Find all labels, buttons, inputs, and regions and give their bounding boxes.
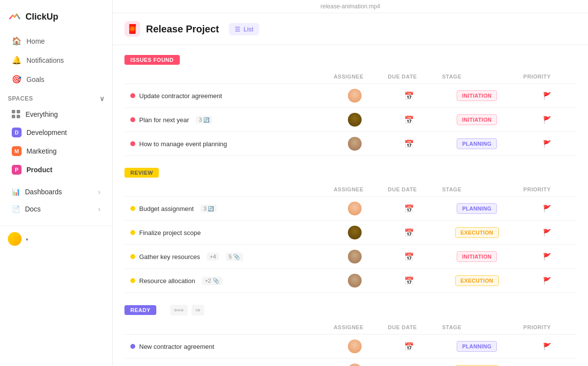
sidebar-item-development[interactable]: D Development [4, 124, 108, 141]
sidebar: ClickUp 🏠 Home 🔔 Notifications 🎯 Goals S… [0, 0, 113, 366]
sidebar-item-marketing[interactable]: M Marketing [4, 142, 108, 160]
stage-badge: PLANNING [457, 138, 497, 149]
priority-icon: 🚩 [543, 229, 551, 236]
stage-cell: INITIATION [436, 84, 517, 108]
calendar-icon: 📅 [404, 252, 414, 261]
task-dot-red [130, 93, 135, 98]
stage-badge: INITIATION [457, 114, 497, 125]
ready-table-header: ASSIGNEE DUE DATE STAGE PRIORITY [124, 320, 576, 335]
priority-cell: 🚩 [517, 84, 576, 108]
avatar [348, 274, 362, 288]
table-row[interactable]: Plan for next year 3🔄 📅 INITIATION [124, 108, 576, 132]
dashboard-icon: 📊 [12, 188, 20, 196]
sidebar-item-dashboards[interactable]: 📊 Dashboards › [4, 183, 108, 200]
target-icon: 🎯 [12, 75, 22, 84]
task-extras: +2 📎 [202, 277, 222, 285]
col-header-task [124, 70, 328, 84]
col-header-task [124, 320, 328, 335]
task-dot-red [130, 117, 135, 122]
development-space-icon: D [12, 128, 22, 137]
group-review-header-row: REVIEW [124, 168, 576, 178]
view-list-tab[interactable]: ☰ List [229, 23, 259, 35]
sidebar-item-product-label: Product [26, 166, 52, 174]
top-bar: release-animation.mp4 [113, 0, 588, 13]
priority-cell: 🚩 [517, 108, 576, 132]
table-row[interactable]: How to manage event planning 📅 PLANNING [124, 132, 576, 156]
task-extras: +4 [207, 253, 219, 261]
user-avatar [8, 232, 22, 246]
group-review: REVIEW ASSIGNEE DUE DATE STAGE PRIORITY [124, 168, 576, 293]
table-row[interactable]: Gather key resources +4 5 📎 📅 INITIATION… [124, 245, 576, 269]
calendar-icon: 📅 [404, 139, 414, 149]
task-name-cell: How to manage event planning [124, 132, 328, 156]
task-name: New contractor agreement [139, 343, 214, 350]
table-row[interactable]: Budget assignment 3🔄 📅 PLANNING 🚩 [124, 197, 576, 221]
task-dot-yellow [130, 278, 135, 283]
task-name: Budget assignment [139, 205, 194, 212]
marketing-space-icon: M [12, 146, 22, 156]
col-header-assignee-1: ASSIGNEE [328, 70, 382, 84]
calendar-icon: 📅 [404, 91, 414, 101]
col-header-task [124, 183, 328, 197]
assignee-cell [328, 132, 382, 156]
toolbar-btn-2[interactable]: ⇨ [192, 305, 204, 315]
avatar [348, 202, 362, 215]
task-dot-yellow [130, 206, 135, 211]
col-header-priority-3: PRIORITY [517, 320, 576, 335]
table-row[interactable]: Update contractor agreement 📅 INITIATION [124, 84, 576, 108]
due-date-cell: 📅 [382, 84, 437, 108]
priority-cell: 🚩 [517, 132, 576, 156]
home-icon: 🏠 [12, 36, 22, 46]
sidebar-item-goals[interactable]: 🎯 Goals [4, 70, 108, 88]
calendar-icon: 📅 [404, 228, 414, 237]
sidebar-item-product[interactable]: P Product [4, 161, 108, 179]
task-attachments: 5 📎 [226, 253, 243, 261]
task-dot-yellow [130, 230, 135, 235]
sidebar-user-section[interactable]: ● [0, 226, 112, 252]
avatar [348, 226, 362, 239]
col-header-stage-1: STAGE [436, 70, 517, 84]
review-table-header: ASSIGNEE DUE DATE STAGE PRIORITY [124, 183, 576, 197]
stage-badge: PLANNING [457, 203, 497, 214]
col-header-date-1: DUE DATE [382, 70, 437, 84]
avatar [348, 250, 362, 263]
priority-icon: 🚩 [543, 140, 551, 148]
task-name: How to manage event planning [139, 140, 227, 148]
assignee-cell [328, 108, 382, 132]
table-row[interactable]: New contractor agreement 📅 PLANNING 🚩 [124, 335, 576, 359]
table-row[interactable]: Resource allocation +2 📎 📅 EXECUTION 🚩 [124, 269, 576, 293]
view-list-label: List [244, 26, 253, 33]
docs-icon: 📄 [12, 205, 20, 213]
avatar [348, 340, 362, 353]
spaces-collapse-icon[interactable]: ∨ [99, 95, 105, 103]
task-name-cell: Update contractor agreement [124, 84, 328, 108]
groups-container: ISSUES FOUND ASSIGNEE DUE DATE STAGE PRI… [113, 45, 588, 366]
stage-cell: INITIATION [436, 108, 517, 132]
app-logo[interactable]: ClickUp [0, 6, 112, 31]
issues-found-table-header: ASSIGNEE DUE DATE STAGE PRIORITY [124, 70, 576, 84]
stage-badge: INITIATION [457, 90, 497, 101]
task-name: Update contractor agreement [139, 92, 222, 100]
dashboards-chevron-icon: › [98, 188, 100, 196]
top-bar-text: release-animation.mp4 [320, 3, 380, 10]
group-ready: READY ⇦⇨ ⇨ ASSIGNEE DUE DATE STAGE PRIOR… [124, 305, 576, 366]
stage-badge: INITIATION [457, 251, 497, 262]
sidebar-item-docs[interactable]: 📄 Docs › [4, 201, 108, 217]
group-ready-header-row: READY ⇦⇨ ⇨ [124, 305, 576, 315]
sidebar-item-notifications-label: Notifications [26, 56, 64, 64]
col-header-priority-1: PRIORITY [517, 70, 576, 84]
sidebar-item-notifications[interactable]: 🔔 Notifications [4, 51, 108, 69]
bell-icon: 🔔 [12, 55, 22, 65]
toolbar-btn-1[interactable]: ⇦⇨ [170, 305, 188, 315]
table-row[interactable]: Finalize project scope 📅 EXECUTION 🚩 [124, 221, 576, 245]
table-row[interactable]: Refresh company website 5 📎 📅 EXECUTION … [124, 359, 576, 366]
due-date-cell: 📅 [382, 108, 437, 132]
task-dot-red [130, 141, 135, 146]
sidebar-item-home[interactable]: 🏠 Home [4, 32, 108, 50]
task-dot-blue [130, 344, 135, 349]
calendar-icon: 📅 [404, 276, 414, 286]
sidebar-item-everything[interactable]: Everything [4, 106, 108, 123]
sidebar-item-home-label: Home [26, 37, 45, 45]
stage-badge: EXECUTION [455, 227, 499, 238]
avatar [348, 364, 362, 366]
